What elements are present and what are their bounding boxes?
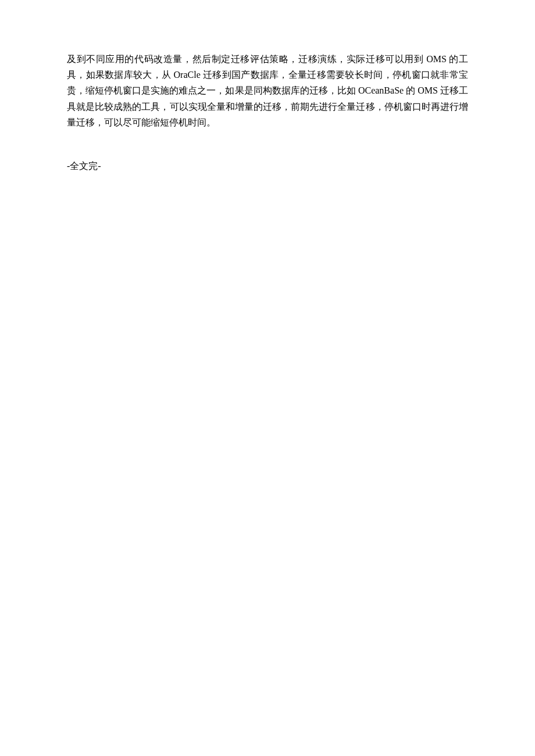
body-paragraph: 及到不同应用的代码改造量，然后制定迁移评估策略，迁移演练，实际迁移可以用到 OM…	[67, 51, 468, 130]
end-of-document-marker: -全文完-	[67, 158, 468, 174]
